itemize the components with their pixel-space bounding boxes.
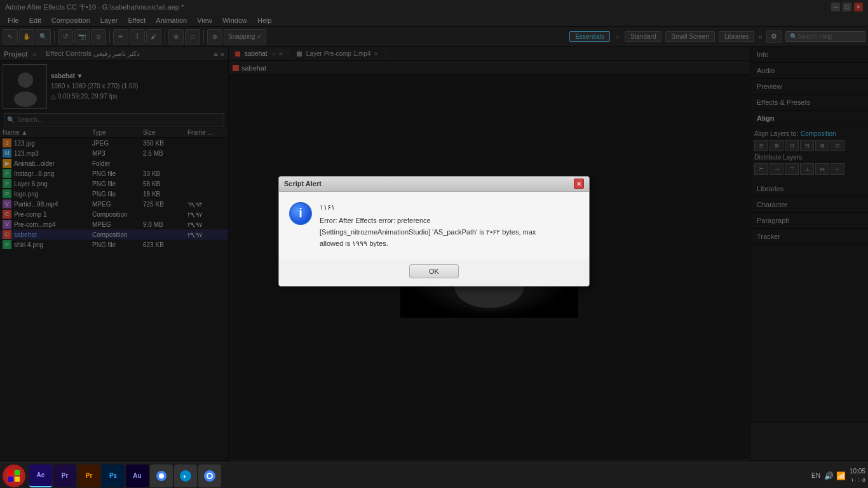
ok-button[interactable]: OK bbox=[409, 264, 459, 278]
close-button[interactable]: ✕ bbox=[854, 3, 863, 11]
panel-menu[interactable]: ≡ bbox=[214, 50, 217, 58]
right-panel-preview-area bbox=[750, 422, 868, 460]
comp-tab-precomp-close[interactable]: ✕ bbox=[374, 51, 379, 57]
right-panel-preview[interactable]: Preview bbox=[750, 79, 868, 95]
comp-toolbar: sabehat bbox=[229, 61, 750, 75]
file-row[interactable]: CPre-comp 1 Composition۲۹,۹۷ bbox=[0, 209, 228, 219]
minimize-button[interactable]: ─ bbox=[831, 3, 840, 11]
tray-icon-2: 📶 bbox=[836, 471, 846, 480]
taskbar-telegram[interactable]: ✈ bbox=[174, 464, 197, 487]
search-box: 🔍 bbox=[785, 31, 865, 42]
workspace-overflow[interactable]: » bbox=[758, 32, 763, 41]
align-center-v-btn[interactable]: ⊠ bbox=[815, 140, 829, 151]
search-input[interactable] bbox=[797, 33, 861, 40]
menu-window[interactable]: Window bbox=[217, 15, 252, 25]
file-row[interactable]: Plogo.png PNG file18 KB bbox=[0, 189, 228, 199]
brush-tool[interactable]: 🖌 bbox=[146, 29, 161, 44]
tray-time: 10:05 ١٠:٠۵ bbox=[850, 467, 865, 484]
file-row[interactable]: M123.mp3 MP32.5 MB bbox=[0, 148, 228, 158]
menu-composition[interactable]: Composition bbox=[46, 15, 95, 25]
text-tool[interactable]: T bbox=[130, 29, 145, 44]
align-to-label: Align Layers to: Composition bbox=[754, 130, 864, 137]
maximize-button[interactable]: □ bbox=[843, 3, 851, 11]
taskbar-ae[interactable]: Ae bbox=[29, 464, 52, 487]
pen-tool[interactable]: ✒ bbox=[113, 29, 128, 44]
snapping-btn[interactable]: Snapping ✓ bbox=[224, 29, 266, 44]
menu-view[interactable]: View bbox=[192, 15, 217, 25]
hand-tool[interactable]: ✋ bbox=[19, 29, 34, 44]
comp-tab-precomp[interactable]: Layer Pre-comp 1.mp4 ✕ bbox=[290, 49, 386, 58]
align-bottom-btn[interactable]: ⊡ bbox=[831, 140, 844, 151]
right-panel-align[interactable]: Align bbox=[750, 111, 868, 126]
dist-right-btn[interactable]: ⊤ bbox=[785, 163, 799, 175]
right-panel-paragraph[interactable]: Paragraph bbox=[750, 213, 868, 229]
menu-edit[interactable]: Edit bbox=[24, 15, 46, 25]
start-button[interactable] bbox=[3, 464, 25, 487]
file-row[interactable]: PInstagr...8.png PNG file33 KB bbox=[0, 168, 228, 179]
workspace-libraries[interactable]: Libraries bbox=[719, 31, 754, 42]
effect-controls-tab[interactable]: Effect Controls دکتر ناصر رفیعی bbox=[46, 50, 140, 58]
right-panel-character[interactable]: Character bbox=[750, 197, 868, 213]
dist-left-btn[interactable]: ⊢ bbox=[754, 163, 768, 175]
panel-expand[interactable]: » bbox=[220, 50, 224, 58]
preview-info: sabehat ▼ 1080 x 1080 (270 x 270) (1.00)… bbox=[51, 71, 138, 102]
taskbar-ps[interactable]: Ps bbox=[102, 464, 125, 487]
taskbar-chrome[interactable] bbox=[198, 464, 221, 487]
workspace-standard[interactable]: Standard bbox=[625, 31, 662, 42]
zoom-tool[interactable]: 🔍 bbox=[36, 29, 51, 44]
right-panel-libraries[interactable]: Libraries bbox=[750, 181, 868, 197]
file-row[interactable]: ▶Animati...older Folder bbox=[0, 158, 228, 168]
workspace-small-screen[interactable]: Small Screen bbox=[665, 31, 714, 42]
rotation-tool[interactable]: ↺ bbox=[58, 29, 73, 44]
preview-thumbnail bbox=[3, 64, 47, 109]
file-row-sabehat[interactable]: Csabehat Composition۲۹,۹۷ bbox=[0, 229, 228, 240]
dist-center-h-btn[interactable]: ⊣ bbox=[770, 163, 783, 175]
align-right-btn[interactable]: ⊡ bbox=[785, 140, 799, 151]
shape-tool[interactable]: □ bbox=[185, 29, 200, 44]
align-top-btn[interactable]: ⊟ bbox=[800, 140, 814, 151]
menu-layer[interactable]: Layer bbox=[95, 15, 123, 25]
taskbar-pr[interactable]: Pr bbox=[53, 464, 76, 487]
selection-tool[interactable]: ↖ bbox=[3, 29, 18, 44]
file-row[interactable]: VParticl...98.mp4 MPEG725 KB٦٩,٩۴ bbox=[0, 199, 228, 209]
file-list-header: Name ▲ Type Size Frame ... bbox=[0, 128, 228, 138]
align-target[interactable]: Composition bbox=[801, 130, 836, 137]
svg-rect-16 bbox=[8, 477, 13, 482]
menu-help[interactable]: Help bbox=[252, 15, 277, 25]
workspace-essentials[interactable]: Essentials bbox=[569, 31, 610, 42]
camera-tool[interactable]: 📷 bbox=[74, 29, 90, 44]
file-row[interactable]: J123.jpg JPEG350 KB bbox=[0, 138, 228, 148]
dialog-message: ١١۶١ Error: After Effects error: prefere… bbox=[320, 202, 536, 249]
dist-bottom-btn[interactable]: ⊦ bbox=[831, 163, 844, 175]
dist-center-v-btn[interactable]: ⋈ bbox=[815, 163, 829, 175]
taskbar-ai[interactable]: Pr bbox=[78, 464, 100, 487]
project-search-input[interactable] bbox=[15, 115, 221, 125]
align-center-h-btn[interactable]: ⊠ bbox=[770, 140, 783, 151]
dialog-close-button[interactable]: ✕ bbox=[574, 179, 584, 189]
right-panel-effects-presets[interactable]: Effects & Presets bbox=[750, 95, 868, 111]
right-panel-tracker[interactable]: Tracker bbox=[750, 229, 868, 245]
puppet-tool[interactable]: ⊛ bbox=[168, 29, 184, 44]
align-left-btn[interactable]: ⊟ bbox=[754, 140, 768, 151]
menu-animation[interactable]: Animation bbox=[151, 15, 192, 25]
workspace-settings[interactable]: ⚙ bbox=[766, 30, 782, 43]
col-type: Type bbox=[92, 129, 143, 136]
comp-tab-close[interactable]: ✕ bbox=[278, 51, 283, 57]
menu-file[interactable]: File bbox=[3, 15, 24, 25]
align-anchor-tool[interactable]: ⊕ bbox=[207, 29, 222, 44]
project-preview: sabehat ▼ 1080 x 1080 (270 x 270) (1.00)… bbox=[0, 61, 228, 112]
taskbar: Ae Pr Pr Ps Au ✈ EN 🔊 📶 10:05 ١٠:٠۵ bbox=[0, 463, 868, 488]
file-row[interactable]: PLayer 6.png PNG file58 KB bbox=[0, 179, 228, 189]
orbit-tool[interactable]: ⊙ bbox=[91, 29, 106, 44]
file-row[interactable]: Pshiri 4.png PNG file623 KB bbox=[0, 240, 228, 250]
file-row[interactable]: VPre-com...mp4 MPEG9.0 MB۲۹,۹۷ bbox=[0, 219, 228, 229]
comp-tab-sabehat[interactable]: sabehat ≡ ✕ bbox=[229, 49, 290, 58]
right-panel-info[interactable]: Info bbox=[750, 47, 868, 63]
svg-rect-14 bbox=[8, 470, 13, 475]
right-panel: Info Audio Preview Effects & Presets Ali… bbox=[750, 47, 868, 474]
menu-effect[interactable]: Effect bbox=[123, 15, 151, 25]
dist-top-btn[interactable]: ⊥ bbox=[800, 163, 814, 175]
taskbar-browser[interactable] bbox=[150, 464, 173, 487]
taskbar-au[interactable]: Au bbox=[126, 464, 149, 487]
right-panel-audio[interactable]: Audio bbox=[750, 63, 868, 79]
